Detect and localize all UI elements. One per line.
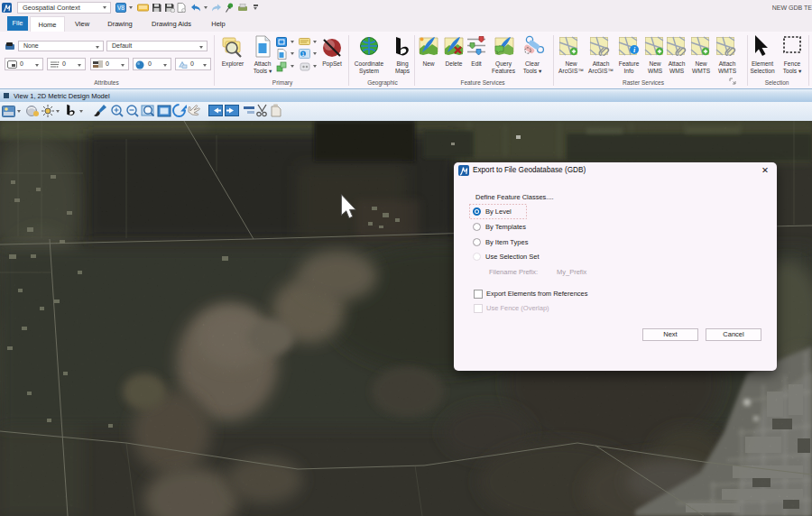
svg-text:V8: V8 (117, 5, 125, 11)
